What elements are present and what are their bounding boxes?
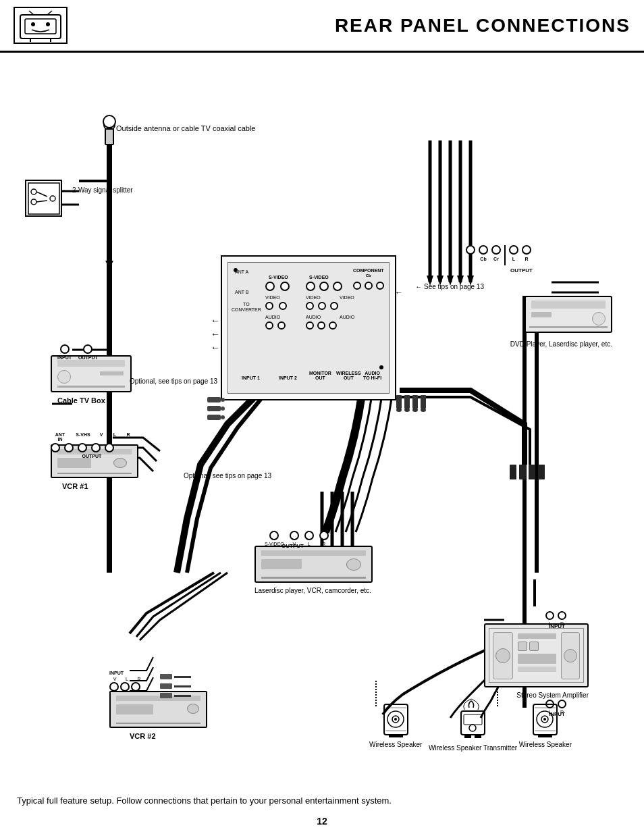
svg-point-67 [543, 718, 546, 721]
laserdisc-label: Laserdisc player, VCR, camcorder, etc. [254, 586, 371, 596]
svg-line-50 [36, 201, 47, 202]
antenna-label: Outside antenna or cable TV coaxial cabl… [116, 124, 255, 133]
laserdisc-output-label: OUTPUT [281, 543, 304, 549]
output-label-component: OUTPUT [510, 267, 533, 273]
cable-box-connectors: INPUT OUTPUT [57, 344, 98, 360]
rca-plugs-center-left [207, 397, 221, 420]
rca-plugs-right [396, 395, 426, 409]
optional1-label: Optional, see tips on page 13 [130, 377, 217, 386]
page-header: REAR PANEL CONNECTIONS [0, 0, 644, 53]
cable-tv-box [51, 355, 132, 392]
svg-point-2 [31, 22, 35, 26]
svg-point-47 [31, 189, 36, 194]
right-cable-connectors [510, 465, 545, 479]
vcr1-label: VCR #1 [62, 481, 88, 491]
svg-rect-62 [464, 735, 471, 738]
dvd-player [525, 296, 612, 333]
diagram-area: Outside antenna or cable TV coaxial cabl… [11, 59, 633, 789]
arrow-1: → [211, 316, 220, 327]
see-tips-label: ← See tips on page 13 [415, 282, 484, 291]
svg-point-3 [46, 22, 50, 26]
svg-point-51 [50, 196, 55, 201]
svg-marker-44 [105, 261, 113, 269]
coax-body [105, 128, 114, 145]
stereo-amp-label: Stereo System Amplifier [516, 691, 589, 700]
wireless-speaker-right: Wireless Speaker [519, 701, 572, 750]
svg-line-49 [36, 192, 47, 197]
optional2-label: Optional, see tips on page 13 [184, 471, 271, 480]
amp-input-label: INPUT [549, 623, 565, 629]
page-number: 12 [0, 816, 644, 827]
footer-description: Typical full feature setup. Follow conne… [17, 796, 627, 806]
signal-splitter-label: ← 2-Way signal splitter [62, 186, 133, 194]
stereo-amp [484, 623, 589, 687]
laserdisc-player [254, 546, 373, 583]
coax-connector [103, 115, 116, 128]
component-output-connectors: Y Cb Cr L R [466, 245, 531, 265]
wireless-speaker-transmitter: Wireless Speaker Transmitter [429, 698, 517, 753]
svg-rect-58 [389, 735, 403, 737]
svg-rect-70 [538, 735, 552, 737]
arrow-3: → [211, 343, 220, 354]
svg-rect-46 [28, 183, 59, 214]
footer-section: Typical full feature setup. Follow conne… [0, 789, 644, 809]
arrow-tips: ← [395, 288, 403, 297]
page-title: REAR PANEL CONNECTIONS [81, 15, 630, 36]
vcr2-cable-connectors [160, 674, 191, 698]
arrow-2: → [211, 330, 220, 340]
svg-rect-63 [475, 735, 481, 738]
vcr1-connectors: ANTIN S-VHS V L R OUTPUT [51, 432, 133, 459]
svg-point-61 [469, 725, 476, 731]
splitter-box [25, 180, 62, 217]
cable-tv-label: Cable TV Box [57, 396, 105, 405]
svg-point-48 [31, 199, 36, 205]
vcr2-connectors: INPUT V L R [109, 671, 144, 692]
vcr2-label: VCR #2 [130, 731, 156, 741]
svg-point-55 [394, 718, 397, 721]
brand-logo [14, 7, 68, 44]
vcr2-unit [109, 691, 207, 728]
dvd-label: DVD Player, Laserdisc player, etc. [510, 340, 612, 349]
svg-rect-60 [464, 714, 482, 725]
wireless-speaker-left: Wireless Speaker [369, 701, 422, 750]
tv-receiver-unit: ANT A ANT B TOCONVERTER S-VIDEO S-VIDEO … [221, 255, 396, 400]
